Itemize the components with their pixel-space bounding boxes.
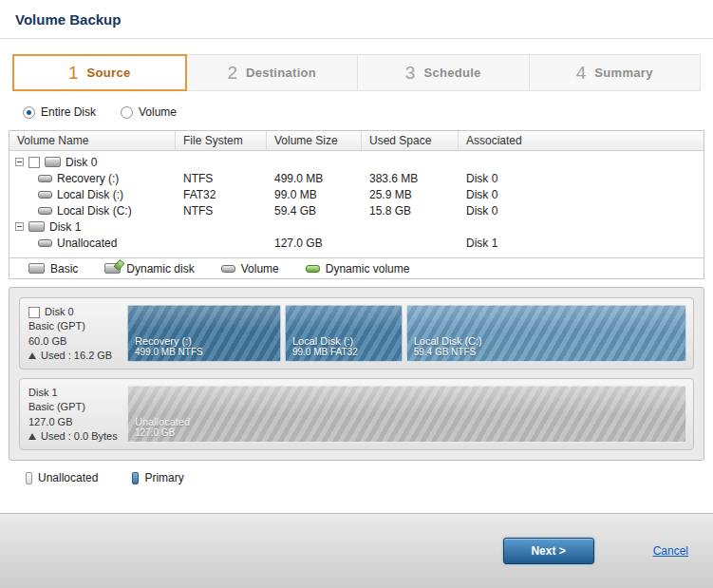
partition-recovery[interactable]: Recovery (:) 499.0 MB NTFS xyxy=(127,305,281,362)
partition-local-disk[interactable]: Local Disk (:) 99.0 MB FAT32 xyxy=(285,305,403,362)
basic-disk-icon xyxy=(28,263,45,274)
partition-detail: 59.4 GB NTFS xyxy=(414,347,679,357)
page-title: Volume Backup xyxy=(15,11,121,28)
disk1-info: Disk 1 Basic (GPT) 127.0 GB Used : 0.0 B… xyxy=(25,384,125,445)
table-body: Disk 0 Recovery (:) NTFS 499.0 MB 383.6 … xyxy=(9,151,704,257)
tab-source[interactable]: 1 Source xyxy=(12,54,187,91)
used-arrow-icon xyxy=(28,352,36,359)
legend-dynamic-disk: Dynamic disk xyxy=(104,262,194,275)
disk0-used: Used : 16.2 GB xyxy=(41,349,112,363)
row-volume-size: 99.0 MB xyxy=(267,188,362,201)
column-associated[interactable]: Associated xyxy=(459,131,704,150)
table-row-local-disk-c[interactable]: Local Disk (C:) NTFS 59.4 GB 15.8 GB Dis… xyxy=(9,202,704,218)
row-name: Unallocated xyxy=(57,237,117,250)
row-volume-size: 127.0 GB xyxy=(267,237,362,250)
disk0-name: Disk 0 xyxy=(45,305,74,319)
table-row-local-disk[interactable]: Local Disk (:) FAT32 99.0 MB 25.9 MB Dis… xyxy=(9,186,704,202)
row-used-space: 383.6 MB xyxy=(362,172,459,185)
unallocated-bar-icon xyxy=(26,472,32,484)
disk1-name: Disk 1 xyxy=(28,386,58,400)
row-used-space: 15.8 GB xyxy=(362,204,459,218)
row-name: Disk 0 xyxy=(66,156,97,169)
disk1-type: Basic (GPT) xyxy=(28,400,125,414)
row-associated: Disk 0 xyxy=(459,172,704,185)
legend-unallocated: Unallocated xyxy=(26,471,98,484)
footer-bar: Next > Cancel xyxy=(0,513,713,588)
row-file-system: NTFS xyxy=(176,204,267,218)
volume-backup-window: Volume Backup 1 Source 2 Destination 3 S… xyxy=(0,0,713,588)
entire-disk-radio[interactable]: Entire Disk xyxy=(23,105,96,119)
entire-disk-radio-icon[interactable] xyxy=(23,106,35,119)
tab-destination-label: Destination xyxy=(246,66,316,80)
row-associated: Disk 0 xyxy=(459,188,704,201)
tab-schedule-number: 3 xyxy=(405,63,416,84)
tab-summary-label: Summary xyxy=(594,66,652,80)
disk1-partitions: Unallocated 127.0 GB xyxy=(125,384,688,445)
tab-source-label: Source xyxy=(87,66,131,80)
tab-destination-number: 2 xyxy=(227,63,237,84)
partition-label: Unallocated xyxy=(135,416,679,427)
row-associated: Disk 1 xyxy=(459,237,704,250)
disk-icon xyxy=(28,221,45,232)
disk0-map-checkbox[interactable] xyxy=(28,307,40,318)
partition-unallocated[interactable]: Unallocated 127.0 GB xyxy=(127,386,686,443)
table-row-unallocated[interactable]: Unallocated 127.0 GB Disk 1 xyxy=(9,235,704,251)
disk1-used: Used : 0.0 Bytes xyxy=(41,429,118,444)
legend-dynamic-volume: Dynamic volume xyxy=(306,262,410,275)
partition-detail: 127.0 GB xyxy=(135,427,679,438)
entire-disk-radio-label: Entire Disk xyxy=(41,105,96,119)
volume-radio[interactable]: Volume xyxy=(121,105,177,119)
table-row-disk1[interactable]: Disk 1 xyxy=(9,218,704,235)
volume-radio-icon[interactable] xyxy=(121,106,133,119)
row-volume-size: 499.0 MB xyxy=(267,172,362,185)
tab-summary[interactable]: 4 Summary xyxy=(530,54,702,91)
legend-unallocated-label: Unallocated xyxy=(38,471,98,484)
expander-icon[interactable] xyxy=(15,222,24,231)
tab-schedule[interactable]: 3 Schedule xyxy=(358,54,530,91)
partition-local-disk-c[interactable]: Local Disk (C:) 59.4 GB NTFS xyxy=(406,305,686,362)
disk1-capacity: 127.0 GB xyxy=(28,415,125,429)
cancel-link[interactable]: Cancel xyxy=(653,544,688,558)
disk0-checkbox[interactable] xyxy=(28,157,40,168)
row-volume-size: 59.4 GB xyxy=(267,204,362,218)
volume-icon xyxy=(38,175,52,182)
legend-volume: Volume xyxy=(221,262,279,275)
partition-type-legend: Unallocated Primary xyxy=(26,471,713,484)
disk0-type: Basic (GPT) xyxy=(28,319,125,333)
tab-destination[interactable]: 2 Destination xyxy=(187,54,359,91)
wizard-steps: 1 Source 2 Destination 3 Schedule 4 Summ… xyxy=(12,54,701,91)
partition-label: Local Disk (:) xyxy=(292,335,395,347)
legend-primary-label: Primary xyxy=(144,471,183,484)
volume-table: Volume Name File System Volume Size Used… xyxy=(9,130,704,279)
legend-dynamic-volume-label: Dynamic volume xyxy=(326,262,410,275)
legend-primary: Primary xyxy=(132,471,183,484)
expander-icon[interactable] xyxy=(15,158,24,166)
volume-legend-icon xyxy=(221,265,235,273)
disk0-capacity: 60.0 GB xyxy=(28,334,125,349)
next-button[interactable]: Next > xyxy=(503,538,594,564)
primary-bar-icon xyxy=(132,472,139,484)
column-used-space[interactable]: Used Space xyxy=(362,131,459,150)
legend-basic: Basic xyxy=(28,262,78,275)
table-row-disk0[interactable]: Disk 0 xyxy=(9,154,704,170)
column-file-system[interactable]: File System xyxy=(176,131,267,150)
disk-map: Disk 0 Basic (GPT) 60.0 GB Used : 16.2 G… xyxy=(9,287,704,461)
table-row-recovery[interactable]: Recovery (:) NTFS 499.0 MB 383.6 MB Disk… xyxy=(9,170,704,186)
row-name: Recovery (:) xyxy=(57,172,119,185)
tab-summary-number: 4 xyxy=(576,63,587,84)
tab-schedule-label: Schedule xyxy=(423,66,480,80)
volume-radio-label: Volume xyxy=(139,105,177,119)
row-file-system: FAT32 xyxy=(176,188,267,201)
row-name: Local Disk (:) xyxy=(57,188,123,201)
disk-map-disk0: Disk 0 Basic (GPT) 60.0 GB Used : 16.2 G… xyxy=(19,297,694,370)
backup-mode-options: Entire Disk Volume xyxy=(23,105,713,119)
table-header: Volume Name File System Volume Size Used… xyxy=(9,131,704,151)
disk0-partitions: Recovery (:) 499.0 MB NTFS Local Disk (:… xyxy=(125,303,688,364)
legend-basic-label: Basic xyxy=(50,262,78,275)
row-associated: Disk 0 xyxy=(459,204,704,218)
column-volume-name[interactable]: Volume Name xyxy=(9,131,176,150)
tab-source-number: 1 xyxy=(68,63,79,84)
volume-icon xyxy=(38,239,52,247)
column-volume-size[interactable]: Volume Size xyxy=(267,131,362,150)
row-used-space: 25.9 MB xyxy=(362,188,459,201)
